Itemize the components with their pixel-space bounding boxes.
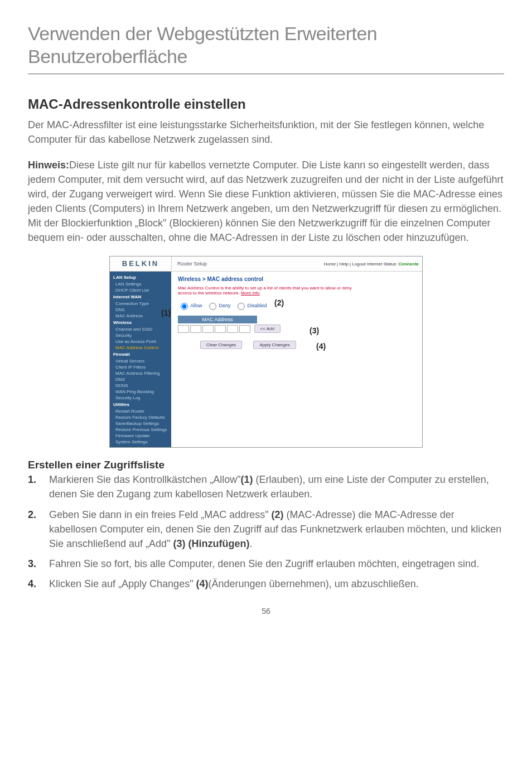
radio-disabled[interactable]: Disabled <box>235 303 267 308</box>
mac-address-header: MAC Address <box>178 316 257 323</box>
status-connected: Connecte <box>399 262 419 267</box>
subheading: Erstellen einer Zugriffsliste <box>28 459 504 471</box>
router-setup-label: Router Setup <box>172 261 207 267</box>
nav-lan-setup[interactable]: LAN Setup <box>110 274 171 281</box>
nav-system[interactable]: System Settings <box>110 439 171 445</box>
mac-octet-2[interactable] <box>190 325 201 333</box>
screenshot-figure: BELKIN Router Setup Home | Help | Logout… <box>28 256 504 448</box>
nav-restore-prev[interactable]: Restore Previous Settings <box>110 427 171 433</box>
step-3: Fahren Sie so fort, bis alle Computer, d… <box>28 556 504 571</box>
steps-list: Markieren Sie das Kontrollkästchen „Allo… <box>28 472 504 591</box>
nav-dhcp[interactable]: DHCP Client List <box>110 287 171 293</box>
nav-mac-control[interactable]: MAC Address Control <box>110 345 171 351</box>
mac-octet-6[interactable] <box>239 325 250 333</box>
step-1: Markieren Sie das Kontrollkästchen „Allo… <box>28 472 504 501</box>
nav-firewall[interactable]: Firewall <box>110 351 171 358</box>
apply-changes-button[interactable]: Apply Changes <box>253 341 296 349</box>
nav-virtual-servers[interactable]: Virtual Servers <box>110 358 171 364</box>
hinweis-label: Hinweis: <box>28 159 69 171</box>
section-heading: MAC-Adressenkontrolle einstellen <box>28 96 504 112</box>
intro-paragraph: Der MAC-Adressfilter ist eine leistungss… <box>28 118 504 147</box>
nav-channel-ssid[interactable]: Channel and SSID <box>110 326 171 332</box>
radio-allow[interactable]: Allow <box>178 303 202 308</box>
callout-3: (3) <box>309 326 319 335</box>
page-title: Verwenden der Webgestützten Erweiterten … <box>28 22 504 68</box>
hinweis-body: Diese Liste gilt nur für kabellos vernet… <box>28 159 503 243</box>
nav-ddns[interactable]: DDNS <box>110 383 171 389</box>
nav-wan-ping[interactable]: WAN Ping Blocking <box>110 389 171 395</box>
mac-octet-3[interactable] <box>202 325 214 333</box>
nav-firmware[interactable]: Firmware Update <box>110 433 171 439</box>
nav-mac-filter[interactable]: MAC Address Filtering <box>110 370 171 376</box>
clear-changes-button[interactable]: Clear Changes <box>200 341 242 349</box>
nav-conn-type[interactable]: Connection Type <box>110 301 171 307</box>
page-number: 56 <box>28 607 504 616</box>
step-2: Geben Sie dann in ein freies Feld „MAC a… <box>28 507 504 551</box>
nav-save-backup[interactable]: Save/Backup Settings <box>110 420 171 427</box>
status-bar: Home | Help | Logout Internet Status: Co… <box>324 262 422 267</box>
breadcrumb: Wireless > MAC address control <box>178 276 415 282</box>
mac-octet-5[interactable] <box>227 325 238 333</box>
callout-4: (4) <box>316 342 326 351</box>
nav-dmz[interactable]: DMZ <box>110 376 171 383</box>
nav-utilities[interactable]: Utilities <box>110 401 171 408</box>
logo: BELKIN <box>110 256 172 271</box>
router-ui: BELKIN Router Setup Home | Help | Logout… <box>109 256 423 448</box>
step-4: Klicken Sie auf „Apply Changes" (4)(Ände… <box>28 577 504 591</box>
nav-security[interactable]: Security <box>110 332 171 338</box>
router-header: BELKIN Router Setup Home | Help | Logout… <box>110 256 422 272</box>
mac-input-row: << Add <box>178 325 415 333</box>
nav-lan-settings[interactable]: LAN Settings <box>110 281 171 287</box>
hinweis-paragraph: Hinweis:Diese Liste gilt nur für kabello… <box>28 158 504 245</box>
callout-2: (2) <box>274 298 284 307</box>
nav-restart[interactable]: Restart Router <box>110 408 171 414</box>
help-text: Mac Address Control is the ability to se… <box>178 285 356 296</box>
status-links[interactable]: Home | Help | Logout Internet Status: <box>324 262 399 267</box>
mac-octet-1[interactable] <box>178 325 189 333</box>
main-panel: Wireless > MAC address control Mac Addre… <box>171 272 422 447</box>
callout-1: (1) <box>161 308 171 317</box>
title-rule <box>28 74 504 74</box>
nav-sec-log[interactable]: Security Log <box>110 395 171 401</box>
radio-deny[interactable]: Deny <box>206 303 231 308</box>
more-info-link[interactable]: More Info <box>241 291 260 296</box>
add-button[interactable]: << Add <box>254 325 280 333</box>
radio-group: Allow Deny Disabled <box>178 301 415 310</box>
mac-octet-4[interactable] <box>215 325 226 333</box>
nav-internet-wan[interactable]: Internet WAN <box>110 293 171 301</box>
nav-wireless[interactable]: Wireless <box>110 319 171 326</box>
nav-client-ip[interactable]: Client IP Filters <box>110 364 171 370</box>
nav-restore-def[interactable]: Restore Factory Defaults <box>110 414 171 420</box>
sidebar-nav: LAN Setup LAN Settings DHCP Client List … <box>110 272 171 447</box>
nav-use-ap[interactable]: Use as Access Point <box>110 338 171 345</box>
